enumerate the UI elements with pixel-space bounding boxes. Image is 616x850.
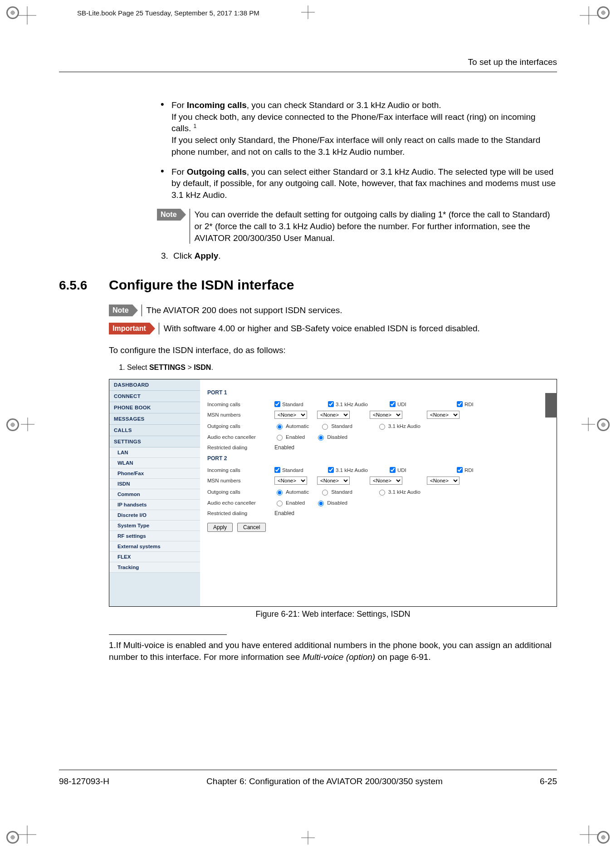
port2-title: PORT 2 bbox=[207, 455, 549, 462]
label-restricted: Restricted dialing bbox=[207, 511, 271, 516]
sidebar-item-rfsettings[interactable]: RF settings bbox=[109, 531, 200, 541]
checkbox-input[interactable] bbox=[328, 401, 334, 407]
checkbox-input[interactable] bbox=[390, 401, 396, 407]
radio-enabled[interactable]: Enabled bbox=[274, 499, 305, 506]
sidebar-item-discreteio[interactable]: Discrete I/O bbox=[109, 510, 200, 521]
text: Select bbox=[127, 364, 149, 371]
select-msn-31khz[interactable]: <None> bbox=[317, 477, 350, 485]
checkbox-udi[interactable]: UDI bbox=[390, 401, 430, 407]
checkbox-label: RDI bbox=[464, 467, 474, 473]
text: For bbox=[171, 167, 187, 177]
select-msn-rdi[interactable]: <None> bbox=[427, 477, 460, 485]
select-msn-standard[interactable]: <None> bbox=[274, 477, 307, 485]
tag-arrow-icon bbox=[181, 209, 186, 221]
checkbox-input[interactable] bbox=[390, 467, 396, 473]
radio-input[interactable] bbox=[277, 424, 283, 430]
sidebar-item-settings[interactable]: SETTINGS bbox=[109, 436, 200, 447]
label-outgoing: Outgoing calls bbox=[207, 423, 271, 429]
row-msn-1: MSN numbers <None> <None> <None> <None> bbox=[207, 411, 549, 419]
sidebar-item-dashboard[interactable]: DASHBOARD bbox=[109, 379, 200, 391]
content-area: To set up the interfaces For Incoming ca… bbox=[59, 57, 557, 796]
radio-input[interactable] bbox=[379, 490, 385, 496]
apply-button[interactable]: Apply bbox=[207, 523, 233, 532]
select-msn-udi[interactable]: <None> bbox=[370, 411, 402, 419]
row-incoming-1: Incoming calls Standard 3.1 kHz Audio UD… bbox=[207, 401, 549, 407]
checkbox-input[interactable] bbox=[328, 467, 334, 473]
sidebar-item-wlan[interactable]: WLAN bbox=[109, 458, 200, 468]
select-msn-udi[interactable]: <None> bbox=[370, 477, 402, 485]
radio-automatic[interactable]: Automatic bbox=[274, 423, 309, 430]
cancel-button[interactable]: Cancel bbox=[237, 523, 266, 532]
radio-automatic[interactable]: Automatic bbox=[274, 488, 309, 496]
text: Click bbox=[173, 251, 194, 260]
sidebar-item-flex[interactable]: FLEX bbox=[109, 552, 200, 562]
label-msn: MSN numbers bbox=[207, 412, 271, 418]
print-tag: SB-Lite.book Page 25 Tuesday, September … bbox=[77, 9, 259, 17]
sidebar-item-messages[interactable]: MESSAGES bbox=[109, 413, 200, 425]
sidebar-item-extsys[interactable]: External systems bbox=[109, 541, 200, 552]
radio-enabled[interactable]: Enabled bbox=[274, 433, 305, 441]
text-bold: SETTINGS bbox=[149, 364, 186, 371]
sidebar-item-common[interactable]: Common bbox=[109, 489, 200, 500]
select-msn-standard[interactable]: <None> bbox=[274, 411, 307, 419]
checkbox-input[interactable] bbox=[274, 467, 280, 473]
checkbox-standard[interactable]: Standard bbox=[274, 401, 315, 407]
radio-input[interactable] bbox=[277, 490, 283, 496]
sidebar-item-calls[interactable]: CALLS bbox=[109, 425, 200, 436]
radio-disabled[interactable]: Disabled bbox=[316, 433, 347, 441]
web-sidebar: DASHBOARD CONNECT PHONE BOOK MESSAGES CA… bbox=[109, 379, 200, 606]
checkbox-31khz[interactable]: 3.1 kHz Audio bbox=[328, 401, 377, 407]
checkbox-label: 3.1 kHz Audio bbox=[336, 402, 368, 407]
checkbox-rdi[interactable]: RDI bbox=[457, 401, 498, 407]
row-echo-1: Audio echo canceller Enabled Disabled bbox=[207, 433, 549, 441]
bullet-incoming: For Incoming calls, you can check Standa… bbox=[159, 99, 557, 158]
footnote-italic: Multi-voice (option) bbox=[303, 652, 376, 662]
radio-31khz[interactable]: 3.1 kHz Audio bbox=[377, 423, 420, 430]
sidebar-item-isdn[interactable]: ISDN bbox=[109, 479, 200, 489]
radio-input[interactable] bbox=[379, 424, 385, 430]
crop-mark-icon bbox=[580, 6, 598, 25]
radio-input[interactable] bbox=[318, 501, 324, 506]
important-tag: Important bbox=[109, 323, 150, 334]
checkbox-standard[interactable]: Standard bbox=[274, 467, 315, 473]
radio-standard[interactable]: Standard bbox=[320, 423, 352, 430]
checkbox-rdi[interactable]: RDI bbox=[457, 467, 498, 473]
text: If you check both, any device connected … bbox=[171, 112, 536, 133]
radio-input[interactable] bbox=[322, 424, 328, 430]
radio-input[interactable] bbox=[277, 435, 283, 441]
radio-input[interactable] bbox=[318, 435, 324, 441]
sidebar-item-connect[interactable]: CONNECT bbox=[109, 391, 200, 402]
checkbox-input[interactable] bbox=[274, 401, 280, 407]
button-row: Apply Cancel bbox=[207, 523, 549, 532]
row-incoming-2: Incoming calls Standard 3.1 kHz Audio UD… bbox=[207, 467, 549, 473]
radio-input[interactable] bbox=[322, 490, 328, 496]
text-bold: Apply bbox=[194, 251, 218, 260]
radio-standard[interactable]: Standard bbox=[320, 488, 352, 496]
radio-disabled[interactable]: Disabled bbox=[316, 499, 347, 506]
figure-web-interface: DASHBOARD CONNECT PHONE BOOK MESSAGES CA… bbox=[109, 379, 557, 607]
sidebar-item-phonefax[interactable]: Phone/Fax bbox=[109, 468, 200, 479]
note-block: Note The AVIATOR 200 does not support IS… bbox=[109, 305, 557, 316]
select-msn-rdi[interactable]: <None> bbox=[427, 411, 460, 419]
radio-31khz[interactable]: 3.1 kHz Audio bbox=[377, 488, 420, 496]
thumb-tab bbox=[545, 393, 557, 418]
sidebar-item-systemtype[interactable]: System Type bbox=[109, 521, 200, 531]
checkbox-udi[interactable]: UDI bbox=[390, 467, 430, 473]
section-body: Note The AVIATOR 200 does not support IS… bbox=[109, 305, 557, 663]
radio-input[interactable] bbox=[277, 501, 283, 506]
radio-label: Standard bbox=[331, 423, 352, 429]
label-restricted: Restricted dialing bbox=[207, 445, 271, 450]
text-bold: ISDN bbox=[194, 364, 211, 371]
text: . bbox=[211, 364, 213, 371]
sidebar-item-iphandsets[interactable]: IP handsets bbox=[109, 500, 200, 510]
radio-label: Automatic bbox=[286, 423, 309, 429]
sidebar-item-tracking[interactable]: Tracking bbox=[109, 562, 200, 573]
select-msn-31khz[interactable]: <None> bbox=[317, 411, 350, 419]
checkbox-input[interactable] bbox=[457, 467, 463, 473]
sidebar-item-lan[interactable]: LAN bbox=[109, 447, 200, 458]
checkbox-31khz[interactable]: 3.1 kHz Audio bbox=[328, 467, 377, 473]
sidebar-item-phonebook[interactable]: PHONE BOOK bbox=[109, 402, 200, 413]
label-incoming: Incoming calls bbox=[207, 467, 271, 473]
checkbox-input[interactable] bbox=[457, 401, 463, 407]
radio-label: Automatic bbox=[286, 489, 309, 495]
